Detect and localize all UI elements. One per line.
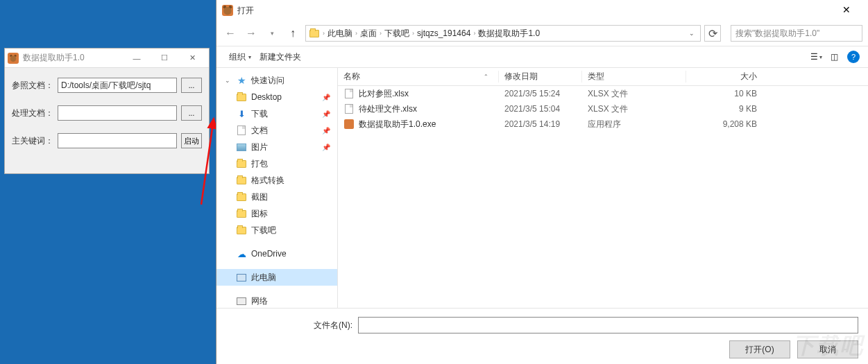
document-icon — [343, 88, 355, 99]
col-size[interactable]: 大小 — [686, 71, 763, 83]
folder-icon — [237, 193, 246, 201]
folder-icon — [237, 94, 246, 101]
keyword-label: 主关键词： — [12, 135, 58, 147]
file-name: 比对参照.xlsx — [359, 88, 409, 100]
watermark: 下载吧 — [793, 331, 864, 361]
refresh-button[interactable]: ⟳ — [704, 25, 721, 42]
document-icon — [343, 103, 355, 114]
dialog-title: 打开 — [237, 5, 831, 17]
breadcrumb[interactable]: ›此电脑 ›桌面 ›下载吧 ›sjtqzs_191464 ›数据提取助手1.0 … — [305, 25, 701, 42]
svg-point-2 — [10, 55, 17, 62]
folder-icon — [237, 210, 246, 218]
cloud-icon: ☁ — [236, 248, 247, 259]
tree-documents[interactable]: 文档📌 — [216, 122, 337, 139]
file-size: 9,208 KB — [686, 119, 763, 129]
toolbar: 组织▾ 新建文件夹 ☰▾ ◫ ? — [216, 46, 868, 68]
star-icon: ★ — [236, 75, 247, 86]
back-button[interactable]: ← — [222, 25, 239, 42]
ref-doc-label: 参照文档： — [12, 80, 58, 92]
file-type: XLSX 文件 — [582, 103, 686, 115]
organize-button[interactable]: 组织▾ — [225, 49, 255, 66]
app-body: 参照文档： ... 处理文档： ... 主关键词： 启动 — [5, 68, 209, 173]
filename-label: 文件名(N): — [226, 320, 358, 331]
recent-dropdown[interactable]: ▾ — [264, 25, 280, 42]
tree-onedrive[interactable]: ☁OneDrive — [216, 245, 337, 262]
tree-network[interactable]: 网络 — [216, 293, 337, 308]
maximize-button[interactable]: ☐ — [151, 49, 178, 67]
file-size: 9 KB — [686, 104, 763, 114]
tree-quick-access[interactable]: ⌄★快速访问 — [216, 72, 337, 89]
file-name: 数据提取助手1.0.exe — [359, 119, 436, 130]
tree-pictures[interactable]: 图片📌 — [216, 139, 337, 155]
col-name[interactable]: 名称⌃ — [338, 71, 499, 83]
folder-icon — [309, 30, 319, 37]
list-header: 名称⌃ 修改日期 类型 大小 — [338, 68, 868, 86]
nav-tree: ⌄★快速访问 Desktop📌 ⬇下载📌 文档📌 图片📌 打包 格式转换 截图 … — [216, 68, 338, 308]
app-title: 数据提取助手1.0 — [23, 52, 123, 64]
file-type: 应用程序 — [582, 119, 686, 130]
tree-thispc[interactable]: 此电脑 — [216, 269, 337, 286]
bear-icon — [8, 53, 19, 64]
svg-point-6 — [223, 7, 232, 15]
pictures-icon — [236, 141, 247, 153]
view-options-button[interactable]: ☰▾ — [807, 49, 825, 64]
download-icon: ⬇ — [236, 108, 247, 119]
folder-icon — [237, 227, 246, 234]
pc-icon — [236, 272, 247, 283]
search-input[interactable]: 搜索"数据提取助手1.0" — [731, 25, 862, 42]
file-list: 名称⌃ 修改日期 类型 大小 比对参照.xlsx2021/3/5 15:24XL… — [338, 68, 868, 308]
file-date: 2021/3/5 15:04 — [499, 104, 582, 114]
keyword-input[interactable] — [58, 133, 177, 148]
file-open-dialog: 打开 ✕ ← → ▾ ↑ ›此电脑 ›桌面 ›下载吧 ›sjtqzs_19146… — [216, 0, 868, 364]
folder-icon — [237, 177, 246, 184]
exe-icon — [343, 119, 355, 130]
dialog-close-button[interactable]: ✕ — [831, 0, 862, 21]
file-name: 待处理文件.xlsx — [359, 103, 417, 115]
close-button[interactable]: ✕ — [178, 49, 206, 67]
pin-icon: 📌 — [322, 127, 330, 135]
ref-doc-input[interactable] — [58, 78, 177, 93]
bc-folder3[interactable]: sjtqzs_191464 — [417, 28, 470, 38]
tree-icons[interactable]: 图标 — [216, 205, 337, 222]
bc-desktop[interactable]: 桌面 — [360, 28, 377, 40]
start-button[interactable]: 启动 — [181, 133, 202, 148]
preview-pane-button[interactable]: ◫ — [825, 49, 843, 64]
bc-folder4[interactable]: 数据提取助手1.0 — [478, 28, 540, 40]
tree-xzb[interactable]: 下载吧 — [216, 222, 337, 239]
file-date: 2021/3/5 15:24 — [499, 89, 582, 98]
tree-convert[interactable]: 格式转换 — [216, 172, 337, 189]
new-folder-button[interactable]: 新建文件夹 — [255, 49, 305, 66]
tree-desktop[interactable]: Desktop📌 — [216, 89, 337, 105]
data-extract-app-window: 数据提取助手1.0 — ☐ ✕ 参照文档： ... 处理文档： ... 主关键词… — [4, 48, 210, 174]
process-doc-label: 处理文档： — [12, 107, 58, 119]
process-doc-browse-button[interactable]: ... — [181, 105, 202, 121]
ref-doc-browse-button[interactable]: ... — [181, 78, 202, 93]
network-icon — [236, 295, 247, 306]
minimize-button[interactable]: — — [123, 49, 151, 67]
bc-folder2[interactable]: 下载吧 — [384, 28, 409, 40]
up-button[interactable]: ↑ — [284, 25, 301, 42]
file-type: XLSX 文件 — [582, 88, 686, 100]
col-type[interactable]: 类型 — [582, 71, 686, 83]
file-row[interactable]: 待处理文件.xlsx2021/3/5 15:04XLSX 文件9 KB — [338, 101, 868, 116]
forward-button[interactable]: → — [243, 25, 259, 42]
dialog-titlebar: 打开 ✕ — [216, 0, 868, 21]
file-row[interactable]: 比对参照.xlsx2021/3/5 15:24XLSX 文件10 KB — [338, 86, 868, 101]
tree-downloads[interactable]: ⬇下载📌 — [216, 105, 337, 122]
bc-root[interactable]: 此电脑 — [327, 28, 352, 40]
open-button[interactable]: 打开(O) — [729, 340, 790, 358]
app-titlebar: 数据提取助手1.0 — ☐ ✕ — [5, 49, 209, 68]
pin-icon: 📌 — [322, 94, 330, 101]
process-doc-input[interactable] — [58, 105, 177, 121]
file-row[interactable]: 数据提取助手1.0.exe2021/3/5 14:19应用程序9,208 KB — [338, 116, 868, 132]
tree-screenshot[interactable]: 截图 — [216, 189, 337, 205]
col-date[interactable]: 修改日期 — [499, 71, 582, 83]
pin-icon: 📌 — [322, 144, 330, 151]
bear-icon — [222, 5, 233, 16]
tree-pack[interactable]: 打包 — [216, 155, 337, 172]
nav-bar: ← → ▾ ↑ ›此电脑 ›桌面 ›下载吧 ›sjtqzs_191464 ›数据… — [216, 21, 868, 46]
help-button[interactable]: ? — [847, 51, 860, 63]
filename-input[interactable] — [358, 317, 858, 333]
dialog-bottom: 文件名(N): 打开(O) 取消 — [216, 308, 868, 364]
document-icon — [236, 125, 247, 136]
